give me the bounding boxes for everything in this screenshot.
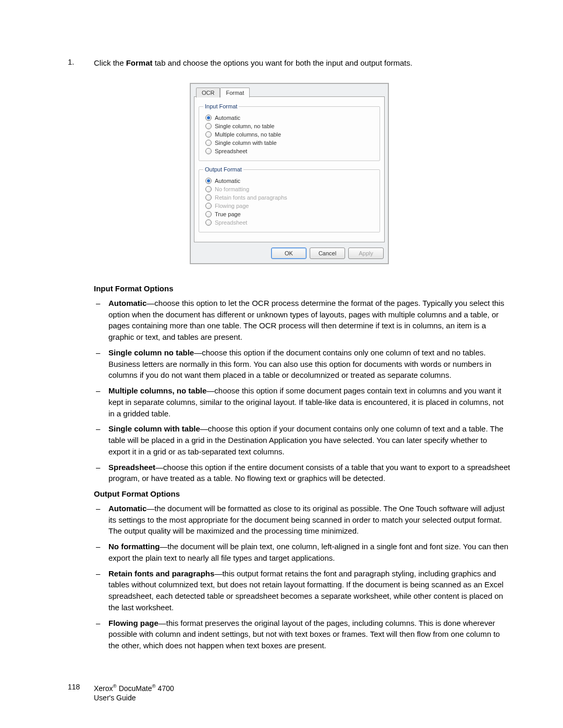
radio-input-single-no-table[interactable]: Single column, no table [205, 123, 375, 129]
dash-icon: – [94, 568, 108, 613]
input-options-list: – Automatic—choose this option to let th… [94, 298, 511, 484]
radio-icon [205, 123, 212, 129]
step-instruction: Click the Format tab and choose the opti… [94, 57, 412, 68]
list-item: – Retain fonts and paragraphs—this outpu… [94, 568, 511, 613]
radio-icon [205, 140, 212, 146]
radio-icon [205, 178, 212, 184]
radio-output-automatic[interactable]: Automatic [205, 178, 375, 184]
body-content: Input Format Options – Automatic—choose … [94, 283, 511, 651]
dash-icon: – [94, 541, 108, 564]
radio-icon [205, 203, 212, 209]
list-item: – Flowing page—this format preserves the… [94, 618, 511, 651]
list-item: – Automatic—choose this option to let th… [94, 298, 511, 343]
list-item: – Spreadsheet—choose this option if the … [94, 462, 511, 485]
dialog-body: Input Format Automatic Single column, no… [194, 96, 385, 242]
dash-icon: – [94, 423, 108, 457]
input-format-legend: Input Format [203, 103, 239, 109]
radio-output-true-page[interactable]: True page [205, 211, 375, 217]
radio-input-multiple-no-table[interactable]: Multiple columns, no table [205, 131, 375, 138]
numbered-step: 1. Click the Format tab and choose the o… [68, 57, 511, 68]
dash-icon: – [94, 385, 108, 419]
step-number: 1. [68, 57, 94, 68]
heading-output-options: Output Format Options [94, 488, 511, 500]
list-item: – Multiple columns, no table—choose this… [94, 385, 511, 419]
tab-ocr[interactable]: OCR [196, 88, 220, 97]
output-options-list: – Automatic—the document will be formatt… [94, 503, 511, 651]
input-format-group: Input Format Automatic Single column, no… [199, 103, 380, 161]
radio-icon [205, 186, 212, 192]
page-number: 118 [68, 683, 94, 703]
radio-output-spreadsheet: Spreadsheet [205, 219, 375, 226]
ok-button[interactable]: OK [271, 248, 307, 259]
radio-input-single-with-table[interactable]: Single column with table [205, 140, 375, 146]
dialog-button-row: OK Cancel Apply [194, 246, 385, 260]
footer-text: Xerox® DocuMate® 4700 User's Guide [94, 683, 174, 703]
radio-output-no-formatting: No formatting [205, 186, 375, 192]
radio-output-retain-fonts: Retain fonts and paragraphs [205, 194, 375, 201]
radio-icon [205, 211, 212, 217]
dash-icon: – [94, 347, 108, 381]
radio-icon [205, 115, 212, 121]
radio-input-automatic[interactable]: Automatic [205, 115, 375, 121]
dash-icon: – [94, 298, 108, 343]
radio-icon [205, 131, 212, 138]
cancel-button[interactable]: Cancel [310, 248, 345, 259]
radio-icon [205, 194, 212, 201]
dash-icon: – [94, 618, 108, 651]
list-item: – No formatting—the document will be pla… [94, 541, 511, 564]
radio-output-flowing-page: Flowing page [205, 203, 375, 209]
list-item: – Single column no table—choose this opt… [94, 347, 511, 381]
list-item: – Automatic—the document will be formatt… [94, 503, 511, 537]
list-item: – Single column with table—choose this o… [94, 423, 511, 457]
dash-icon: – [94, 462, 108, 485]
output-format-group: Output Format Automatic No formatting Re… [199, 166, 380, 232]
dash-icon: – [94, 503, 108, 537]
radio-icon [205, 148, 212, 154]
tab-format[interactable]: Format [220, 88, 250, 97]
apply-button: Apply [348, 248, 384, 259]
dialog-tabs: OCR Format [196, 87, 385, 97]
radio-icon [205, 219, 212, 226]
heading-input-options: Input Format Options [94, 283, 511, 294]
radio-input-spreadsheet[interactable]: Spreadsheet [205, 148, 375, 154]
output-format-legend: Output Format [203, 166, 243, 172]
format-dialog: OCR Format Input Format Automatic Single… [190, 83, 389, 264]
page-footer: 118 Xerox® DocuMate® 4700 User's Guide [68, 683, 174, 703]
